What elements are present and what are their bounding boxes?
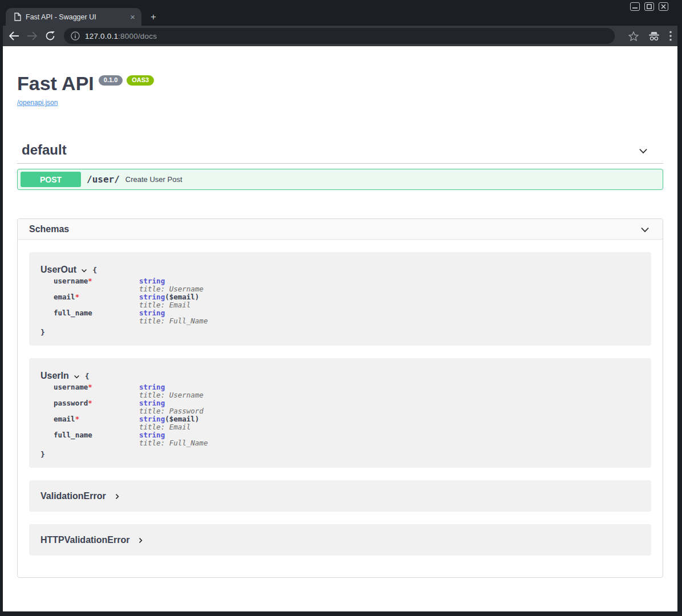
property-title: title: Email [139,423,199,431]
property-title: title: Email [139,301,199,309]
site-info-icon[interactable] [71,31,80,40]
api-title: Fast API [17,73,94,94]
close-brace: } [40,449,640,460]
post-method-button[interactable]: POST [21,172,81,187]
property-type: string [139,293,165,301]
property-description: string title: Full_Name [139,431,208,447]
tag-name: default [22,142,67,157]
required-star: * [88,383,92,391]
tab-close-icon[interactable]: × [128,13,137,21]
chevron-down-icon[interactable] [639,224,651,236]
model-title-row[interactable]: UserOut { [40,265,640,275]
openapi-spec-link[interactable]: /openapi.json [17,99,58,107]
forward-icon[interactable] [27,31,38,40]
required-star: * [75,415,80,423]
maximize-button[interactable] [644,2,654,11]
property-name: email* [54,415,139,431]
schemas-header[interactable]: Schemas [18,219,663,240]
tag-section-default[interactable]: default [17,140,663,164]
property-type: string [139,415,165,423]
minimize-button[interactable] [630,2,640,11]
property-description: string($email) title: Email [139,415,199,431]
property-name: full_name [54,309,139,325]
tab-title: Fast API - Swagger UI [26,13,128,21]
property-type: string [139,431,165,439]
reload-icon[interactable] [45,31,55,41]
api-info-header: Fast API 0.1.0 OAS3 [17,73,663,94]
schema-property-row: full_name string title: Full_Name [54,309,640,325]
property-description: string title: Full_Name [139,309,208,325]
property-name: email* [54,293,139,309]
chevron-down-icon[interactable] [80,267,88,274]
schema-property-row: full_name string title: Full_Name [54,431,640,447]
schemas-body: UserOut { username* string title: Userna… [18,240,663,577]
bookmark-star-icon[interactable] [628,31,639,41]
oas3-badge: OAS3 [127,75,154,86]
chevron-right-icon[interactable] [137,537,144,544]
close-brace: } [40,327,640,338]
version-badge: 0.1.0 [99,75,123,86]
property-format: ($email) [165,415,199,423]
browser-window: Fast API - Swagger UI × + 127.0.0.1 [3,0,677,611]
property-name: username* [54,383,139,399]
required-star: * [88,399,92,407]
window-titlebar [3,0,677,8]
schema-model-userout: UserOut { username* string title: Userna… [29,252,651,346]
chevron-down-icon[interactable] [73,373,80,380]
model-name: UserOut [40,265,76,275]
property-description: string title: Password [139,399,204,415]
property-name: password* [54,399,139,415]
schemas-heading: Schemas [29,224,69,234]
schema-property-row: email* string($email) title: Email [54,293,640,309]
property-description: string title: Username [139,277,204,293]
property-description: string title: Username [139,383,204,399]
menu-dots-icon[interactable] [669,31,672,41]
tab-strip: Fast API - Swagger UI × + [3,8,677,26]
property-name: username* [54,277,139,293]
window-controls [630,2,668,11]
property-type: string [139,277,165,285]
browser-toolbar: 127.0.0.1:8000/docs [3,26,677,46]
property-type: string [139,309,165,317]
required-star: * [88,277,92,285]
property-title: title: Full_Name [139,439,208,447]
model-properties: username* string title: Username passwor… [54,383,640,447]
schema-model-userin: UserIn { username* string title: Usernam… [29,358,651,468]
schema-property-row: username* string title: Username [54,277,640,293]
open-brace: { [85,372,90,380]
chevron-down-icon[interactable] [637,145,649,157]
tab-fast-api[interactable]: Fast API - Swagger UI × [6,8,141,26]
operation-summary: Create User Post [125,175,182,184]
schemas-section: Schemas UserOut { [17,218,663,578]
url-host: 127.0.0.1 [85,32,118,40]
property-title: title: Full_Name [139,317,208,325]
schema-model-collapsed[interactable]: ValidationError [29,480,651,512]
property-name: full_name [54,431,139,447]
model-properties: username* string title: Username email* … [54,277,640,325]
operation-post-user[interactable]: POST /user/ Create User Post [17,169,663,190]
property-description: string($email) title: Email [139,293,199,309]
property-title: title: Password [139,407,204,415]
property-format: ($email) [165,293,199,301]
property-title: title: Username [139,285,204,293]
close-window-button[interactable] [659,2,668,11]
schema-property-row: email* string($email) title: Email [54,415,640,431]
url-path: :8000/docs [118,32,157,40]
schema-property-row: username* string title: Username [54,383,640,399]
back-icon[interactable] [9,31,19,40]
new-tab-button[interactable]: + [147,10,160,24]
chevron-right-icon[interactable] [113,493,121,500]
model-name: UserIn [40,371,69,381]
model-name: ValidationError [40,491,106,501]
open-brace: { [92,266,97,274]
property-title: title: Username [139,391,204,399]
schema-model-collapsed[interactable]: HTTPValidationError [29,524,651,556]
schema-property-row: password* string title: Password [54,399,640,415]
page-favicon-icon [14,13,21,21]
url-bar[interactable]: 127.0.0.1:8000/docs [64,28,615,44]
incognito-icon [648,31,660,41]
required-star: * [75,293,80,301]
model-title-row[interactable]: UserIn { [40,371,640,381]
url-text: 127.0.0.1:8000/docs [85,32,157,40]
operation-path: /user/ [87,174,120,185]
